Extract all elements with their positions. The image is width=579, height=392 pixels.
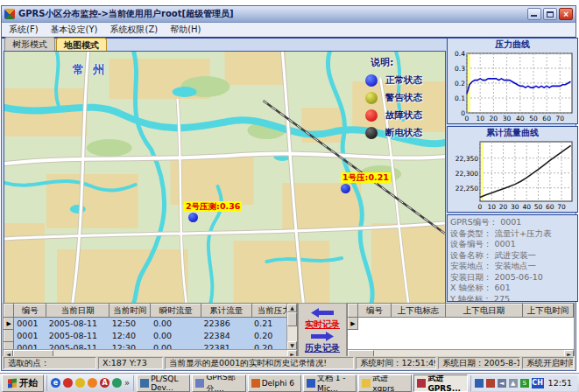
minimize-button[interactable] (527, 8, 541, 20)
table-cell[interactable]: 12:40 (109, 330, 151, 342)
taskbar-task-button[interactable]: GPRS部分.... (192, 374, 245, 392)
table-cell[interactable] (446, 318, 523, 330)
table-cell[interactable]: 0001 (14, 318, 46, 330)
taskbar-task-button[interactable]: 武进xgprs (358, 374, 412, 392)
history-records-button[interactable]: 历史记录 (305, 342, 340, 354)
taskbar-task-button[interactable]: 武进GPRS... (413, 374, 467, 392)
table-cell[interactable]: 2005-08-11 (46, 330, 109, 342)
table-cell[interactable]: 12:50 (109, 318, 151, 330)
taskbar: 开始 eA» PL/SQL Dev...GPRS部分....Delphi 6文档… (0, 373, 579, 392)
svg-text:20: 20 (499, 203, 508, 211)
normal-status-dot-icon (365, 74, 378, 87)
device-marker-dot-1[interactable] (341, 184, 350, 193)
pressure-chart-panel: 压力曲线 01020304050607000.10.20.30.4 (447, 38, 578, 124)
column-header[interactable]: 瞬时流量 (151, 304, 201, 318)
pressure-chart: 01020304050607000.10.20.30.4 (448, 50, 576, 122)
svg-text:70: 70 (557, 203, 566, 211)
antivirus-icon[interactable]: S (520, 379, 529, 388)
taskbar-clock: 12:51 (547, 378, 574, 388)
svg-text:40: 40 (522, 203, 531, 211)
language-indicator[interactable]: CH (532, 378, 544, 388)
table-row[interactable]: 00012005-08-1112:400.00223840.20 (4, 330, 297, 342)
row-marker: ▶ (4, 318, 14, 330)
device-marker-label-1[interactable]: 1号压:0.21 (341, 172, 391, 183)
task-button-label: Delphi 6 (262, 379, 294, 388)
column-header[interactable]: 上下电日期 (446, 304, 523, 318)
quicklaunch-overflow-chevron[interactable]: » (124, 378, 130, 388)
monitor-icon[interactable] (486, 379, 495, 388)
device-marker-label-2[interactable]: 2号压测:0.36 (184, 201, 242, 212)
browser-ball-icon[interactable] (88, 378, 97, 388)
column-header[interactable]: 上下电时间 (523, 304, 574, 318)
svg-text:60: 60 (542, 115, 551, 122)
table-cell[interactable] (523, 318, 574, 330)
map-panel[interactable]: 常州 说明: 正常状态 警告状态 故障状态 (4, 51, 446, 304)
start-button[interactable]: 开始 (2, 374, 44, 392)
statusbar: 选取的点： X:187 Y:73 当前显示的是0001的实时和历史记录情况! 系… (3, 356, 575, 369)
table-cell[interactable]: 0.00 (151, 318, 201, 330)
table-cell[interactable] (392, 318, 446, 330)
app-icon (4, 9, 15, 19)
power-events-table: 编号上下电标志上下电日期上下电时间▶ ► (347, 303, 575, 360)
map-legend: 说明: 正常状态 警告状态 故障状态 断电状态 (365, 56, 444, 139)
column-header[interactable]: 编号 (358, 304, 392, 318)
volume-icon[interactable]: ◄ (498, 379, 506, 388)
taskbar-task-button[interactable]: 文档 1 - Mic... (303, 374, 357, 392)
svg-text:0: 0 (478, 203, 483, 211)
menu-help[interactable]: 帮助(H) (170, 24, 201, 36)
start-button-label: 开始 (19, 377, 38, 389)
tab-tree-mode[interactable]: 树形模式 (4, 37, 55, 51)
delphi-icon (251, 379, 260, 388)
table-cell[interactable]: 2005-08-11 (46, 318, 109, 330)
table-cell[interactable] (358, 318, 392, 330)
device-info-line: Y 轴坐标： 275 (450, 294, 575, 303)
maximize-button[interactable] (543, 8, 557, 20)
row-marker: ▶ (349, 318, 358, 330)
warning-status-dot-icon (365, 92, 378, 104)
pressure-chart-title: 压力曲线 (448, 38, 577, 50)
device-marker-dot-2[interactable] (188, 213, 198, 222)
column-header[interactable]: 编号 (14, 304, 46, 318)
svg-text:40: 40 (516, 115, 525, 122)
status-picked-point: 选取的点： (4, 357, 96, 369)
main-content: 树形模式 地图模式 (3, 38, 575, 355)
column-header[interactable]: 上下电标志 (392, 304, 446, 318)
svg-text:30: 30 (511, 203, 519, 211)
globe-icon[interactable] (112, 378, 122, 388)
gprs-window-icon (195, 379, 204, 388)
taskbar-task-button[interactable]: PL/SQL Dev... (137, 374, 190, 392)
up-arrow-icon[interactable]: ▲ (509, 379, 518, 388)
notes-icon[interactable] (75, 378, 85, 388)
ie-icon[interactable]: e (51, 378, 60, 388)
task-button-label: 武进GPRS... (427, 374, 463, 392)
network-icon[interactable] (475, 379, 484, 388)
legend-item-warning: 警告状态 (365, 92, 444, 104)
menu-system[interactable]: 系统(F) (9, 24, 39, 36)
records-vertical-scrollbar[interactable]: ▲ ▼ (286, 304, 297, 350)
tab-map-mode[interactable]: 地图模式 (56, 38, 107, 52)
menu-permissions[interactable]: 系统权限(Z) (109, 24, 158, 36)
record-actions-panel: 实时记录 历史记录 (298, 303, 347, 360)
svg-text:0.2: 0.2 (455, 80, 465, 88)
table-row[interactable]: ▶ (349, 318, 574, 330)
column-header[interactable]: 当前时间 (109, 304, 151, 318)
table-cell[interactable]: 0001 (14, 330, 46, 342)
flow-chart: 01020304050607022,25022,30022,350 (448, 138, 576, 211)
column-header[interactable]: 当前日期 (46, 304, 109, 318)
table-row[interactable]: ▶00012005-08-1112:500.00223860.21 (4, 318, 297, 330)
media-player-icon[interactable] (63, 378, 73, 388)
svg-text:30: 30 (503, 115, 512, 122)
table-cell[interactable]: 22386 (201, 318, 252, 330)
taskbar-task-button[interactable]: Delphi 6 (248, 374, 301, 392)
table-cell[interactable]: 22384 (201, 330, 252, 342)
row-marker-header (4, 304, 14, 318)
close-button[interactable]: × (559, 8, 573, 20)
realtime-records-button[interactable]: 实时记录 (305, 318, 340, 331)
titlebar[interactable]: GPRS小区分布监控->当前使用用户root[超级管理员] × (2, 6, 575, 23)
menu-basic-settings[interactable]: 基本设定(Y) (51, 24, 98, 36)
mail-icon[interactable]: A (100, 378, 109, 388)
column-header[interactable]: 累计流量 (201, 304, 252, 318)
legend-title: 说明: (371, 56, 444, 69)
word-icon (307, 379, 315, 388)
table-cell[interactable]: 0.00 (151, 330, 201, 342)
